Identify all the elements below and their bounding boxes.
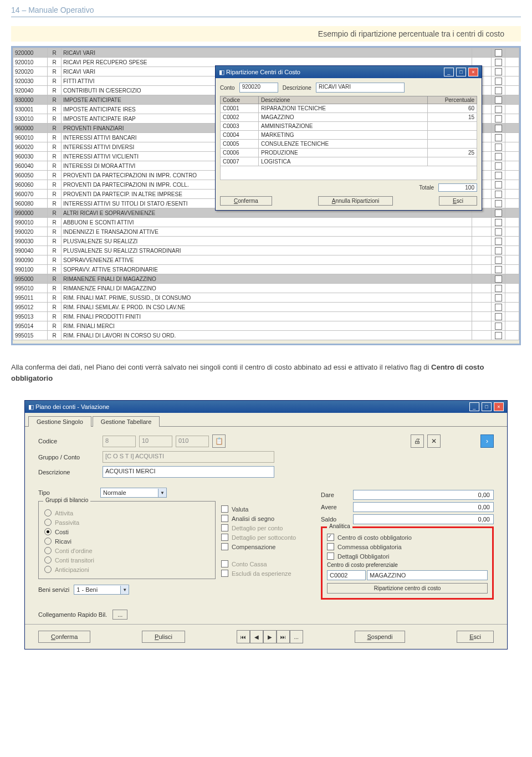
tab-gestione-tabellare[interactable]: Gestione Tabellare <box>93 416 160 427</box>
totale-label: Totale <box>419 185 434 191</box>
checkbox[interactable] <box>495 266 502 273</box>
checkbox[interactable] <box>495 59 502 66</box>
pc-conferma-button[interactable]: Conferma <box>38 631 90 643</box>
checkbox[interactable] <box>495 285 502 292</box>
minimize-icon[interactable]: _ <box>444 68 454 76</box>
ripart-esci-button[interactable]: Esci <box>439 196 477 206</box>
checkbox[interactable] <box>495 115 502 122</box>
table-row[interactable]: C0006PRODUZIONE25 <box>221 149 477 157</box>
table-row[interactable]: 995012RRIM. FINALI SEMILAV. E PROD. IN C… <box>13 303 519 312</box>
checkbox[interactable] <box>495 323 502 330</box>
cdc-pref-desc-input[interactable]: MAGAZZINO <box>367 570 488 580</box>
checkbox[interactable] <box>495 162 502 170</box>
checkbox[interactable] <box>495 172 502 179</box>
checkbox[interactable] <box>495 275 502 283</box>
table-row[interactable]: 990030RPLUSVALENZE SU REALIZZI <box>13 237 519 246</box>
checkbox[interactable] <box>495 332 502 339</box>
checkbox[interactable] <box>495 200 502 207</box>
checkbox[interactable] <box>495 294 502 301</box>
conto-input[interactable]: 920020 <box>239 83 278 93</box>
pc-pulisci-button[interactable]: Pulisci <box>142 631 185 643</box>
checkbox[interactable] <box>495 68 502 75</box>
ripartizione-cdc-button[interactable]: Ripartizione centro di costo <box>327 583 488 594</box>
print-icon[interactable]: 🖨 <box>411 434 424 448</box>
checkbox[interactable] <box>495 313 502 320</box>
check-compensazione[interactable]: Compensazione <box>221 543 315 550</box>
check-commessa-obbligatoria[interactable]: Commessa obbligatoria <box>327 543 488 550</box>
checkbox[interactable] <box>495 247 502 254</box>
nav-last-icon[interactable]: ⏭ <box>277 630 290 643</box>
checkbox[interactable] <box>495 304 502 311</box>
table-row[interactable]: C0003AMMINISTRAZIONE <box>221 122 477 131</box>
nav-prev-icon[interactable]: ◀ <box>250 630 263 643</box>
table-row[interactable]: 990100RSOPRAVV. ATTIVE STRAORDINARIE <box>13 265 519 274</box>
checkbox[interactable] <box>495 125 502 132</box>
checkbox[interactable] <box>495 191 502 198</box>
checkbox[interactable] <box>495 238 502 245</box>
tipo-dropdown[interactable]: Normale▼ <box>100 488 167 498</box>
tab-gestione-singolo[interactable]: Gestione Singolo <box>28 416 91 427</box>
table-row[interactable]: 995014RRIM. FINIALI MERCI <box>13 321 519 331</box>
table-row[interactable]: 995010RRIMANENZE FINALI DI MAGAZZINO <box>13 284 519 293</box>
nav-next-icon[interactable]: ▶ <box>263 630 277 643</box>
next-icon[interactable]: › <box>480 434 494 448</box>
checkbox[interactable] <box>495 144 502 151</box>
checkbox[interactable] <box>495 153 502 160</box>
check-valuta[interactable]: Valuta <box>221 505 315 513</box>
table-row[interactable]: 995015RRIM. FINALI DI LAVORI IN CORSO SU… <box>13 331 519 340</box>
checkbox[interactable] <box>495 106 502 113</box>
table-row[interactable]: 995013RRIM. FINALI PRODOTTI FINITI <box>13 312 519 321</box>
ripart-conferma-button[interactable]: Conferma <box>220 196 272 206</box>
checkbox[interactable] <box>495 87 502 94</box>
table-row[interactable]: 990040RPLUSVALENZE SU REALIZZI STRAORDIN… <box>13 246 519 255</box>
table-row[interactable]: C0005CONSULENZE TECNICHE <box>221 140 477 149</box>
minimize-icon[interactable]: _ <box>469 402 479 411</box>
table-row[interactable]: 995000RRIMANENZE FINALI DI MAGAZZINO <box>13 274 519 284</box>
table-row[interactable]: 990020RINDENNIZZI E TRANSAZIONI ATTIVE <box>13 227 519 237</box>
check-dettagli-obbligatori[interactable]: Dettagli Obbligatori <box>327 553 488 560</box>
checkbox[interactable] <box>495 181 502 188</box>
maximize-icon[interactable]: □ <box>456 68 466 76</box>
table-row[interactable]: 920000RRICAVI VARI <box>13 48 519 58</box>
descrizione-input[interactable]: ACQUISTI MERCI <box>103 466 274 478</box>
checkbox[interactable] <box>495 134 502 141</box>
table-row[interactable]: C0001RIPARAZIONI TECNICHE60 <box>221 104 477 113</box>
close-icon[interactable]: × <box>468 68 478 76</box>
checkbox[interactable] <box>495 219 502 226</box>
checkbox[interactable] <box>495 257 502 264</box>
pc-esci-button[interactable]: Esci <box>457 631 494 643</box>
codice3-input: 010 <box>176 436 209 447</box>
nav-first-icon[interactable]: ⏮ <box>237 630 250 643</box>
checkbox[interactable] <box>495 49 502 57</box>
checkbox[interactable] <box>495 78 502 85</box>
figure-caption: Esempio di ripartizione percentuale tra … <box>11 26 521 42</box>
radio-costi[interactable]: Costi <box>44 528 209 535</box>
cdc-pref-code-input[interactable]: C0002 <box>327 570 366 580</box>
ripart-annulla-button[interactable]: Annulla Ripartizioni <box>318 196 393 206</box>
pc-sospendi-button[interactable]: Sospendi <box>355 631 406 643</box>
ripartizione-titlebar: ◧ Ripartizione Centri di Costo _ □ × <box>216 66 482 78</box>
table-row[interactable]: C0007LOGISTICA <box>221 157 477 166</box>
check-analisi-segno[interactable]: Analisi di segno <box>221 515 315 522</box>
table-row[interactable]: 990090RSOPRAVVENIENZE ATTIVE <box>13 255 519 265</box>
col-descrizione: Descrizione <box>259 96 428 104</box>
radio-ricavi[interactable]: Ricavi <box>44 538 209 545</box>
table-row[interactable]: C0002MAGAZZINO15 <box>221 113 477 122</box>
descrizione-input[interactable]: RICAVI VARI <box>316 83 405 93</box>
nav-more-icon[interactable]: ... <box>290 630 303 643</box>
checkbox[interactable] <box>495 209 502 217</box>
close-icon[interactable]: × <box>494 402 504 411</box>
maximize-icon[interactable]: □ <box>482 402 492 411</box>
table-row[interactable]: 990010RABBUONI E SCONTI ATTIVI <box>13 218 519 227</box>
table-row[interactable]: 995011RRIM. FINALI MAT. PRIME, SUSSID., … <box>13 293 519 303</box>
beni-dropdown[interactable]: 1 - Beni▼ <box>74 585 129 595</box>
descrizione-label: Descrizione <box>283 85 311 91</box>
collegamento-button[interactable]: ... <box>112 610 127 620</box>
copy-icon[interactable]: 📋 <box>212 434 226 448</box>
table-row[interactable]: C0004MARKETING <box>221 131 477 140</box>
delete-icon[interactable]: ✕ <box>427 434 441 448</box>
checkbox[interactable] <box>495 96 502 104</box>
body-paragraph: Alla conferma dei dati, nel Piano dei co… <box>11 362 521 383</box>
check-cdc-obbligatorio[interactable]: Centro di costo obbligatorio <box>327 534 488 541</box>
checkbox[interactable] <box>495 228 502 236</box>
